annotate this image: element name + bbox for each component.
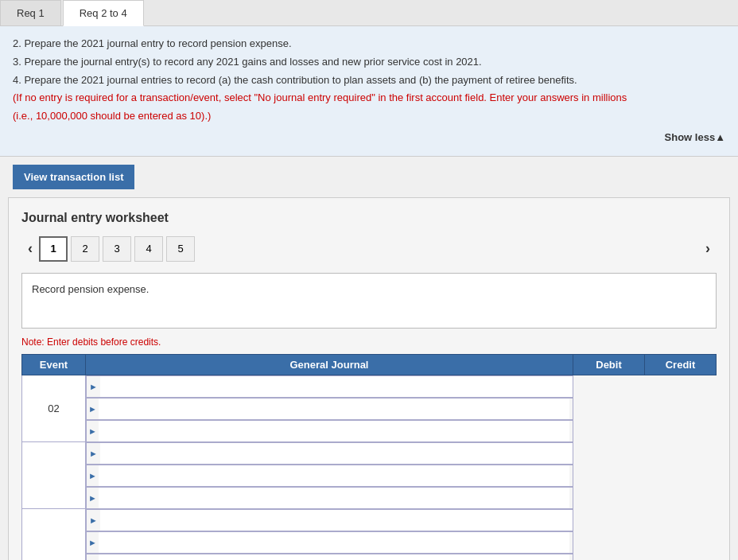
table-row-credit-0[interactable]: ► (86, 420, 573, 442)
credit-input-0[interactable] (99, 421, 570, 441)
prev-page-button[interactable]: ‹ (21, 237, 39, 260)
description-box: Record pension expense. (21, 273, 717, 329)
debit-input-2[interactable] (99, 532, 570, 553)
instruction-red-2: (i.e., 10,000,000 should be entered as 1… (13, 108, 725, 125)
journal-input-2[interactable] (100, 510, 573, 531)
worksheet-container: Journal entry worksheet ‹ 1 2 3 4 5 › Re… (8, 197, 730, 560)
arrow-icon-debit-1: ► (87, 471, 99, 480)
instruction-line-3: 4. Prepare the 2021 journal entries to r… (13, 72, 725, 89)
table-row-journal-1[interactable]: ► (86, 442, 573, 465)
table-row-event-0: 02 (22, 375, 86, 442)
view-transaction-list-button[interactable]: View transaction list (13, 165, 134, 189)
tab-req1[interactable]: Req 1 (0, 0, 61, 25)
show-less-button[interactable]: Show less▲ (13, 130, 725, 146)
page-btn-3[interactable]: 3 (103, 236, 131, 262)
table-row-journal-0[interactable]: ► (86, 375, 573, 398)
credit-input-1[interactable] (99, 488, 570, 508)
page-navigator: ‹ 1 2 3 4 5 › (21, 236, 717, 262)
table-row-credit-2[interactable]: ► (86, 554, 573, 560)
instruction-line-2: 3. Prepare the journal entry(s) to recor… (13, 54, 725, 71)
instruction-red-1: (If no entry is required for a transacti… (13, 90, 725, 107)
debit-input-0[interactable] (99, 399, 570, 419)
arrow-icon-journal-0: ► (87, 382, 100, 391)
arrow-icon-journal-2: ► (87, 515, 100, 525)
credit-input-2[interactable] (99, 554, 570, 560)
journal-table: Event General Journal Debit Credit 02►►►… (21, 354, 717, 560)
debit-input-1[interactable] (99, 465, 570, 486)
page-btn-4[interactable]: 4 (134, 236, 163, 262)
table-row-event-2 (22, 509, 86, 560)
col-header-event: Event (22, 354, 86, 375)
col-header-debit: Debit (573, 354, 645, 375)
table-row-journal-2[interactable]: ► (86, 509, 573, 531)
page-btn-5[interactable]: 5 (166, 236, 195, 262)
page-btn-1[interactable]: 1 (39, 236, 68, 262)
instructions-panel: 2. Prepare the 2021 journal entry to rec… (0, 26, 738, 157)
col-header-journal: General Journal (86, 354, 573, 375)
journal-input-0[interactable] (100, 376, 573, 397)
page-btn-2[interactable]: 2 (71, 236, 99, 262)
tabs-bar: Req 1 Req 2 to 4 (0, 0, 738, 26)
next-page-button[interactable]: › (699, 237, 717, 260)
arrow-icon-debit-0: ► (87, 404, 99, 414)
note-text: Note: Enter debits before credits. (21, 336, 717, 348)
table-row-debit-1[interactable]: ► (86, 465, 573, 487)
table-row-debit-2[interactable]: ► (86, 531, 573, 554)
tab-req2to4[interactable]: Req 2 to 4 (63, 0, 144, 26)
instruction-line-1: 2. Prepare the 2021 journal entry to rec… (13, 36, 725, 52)
table-row-debit-0[interactable]: ► (86, 398, 573, 420)
journal-input-1[interactable] (100, 443, 573, 464)
arrow-icon-credit-0: ► (87, 426, 99, 436)
col-header-credit: Credit (645, 354, 717, 375)
description-text: Record pension expense. (32, 283, 149, 295)
table-row-credit-1[interactable]: ► (86, 487, 573, 509)
arrow-icon-credit-1: ► (87, 493, 99, 503)
arrow-icon-journal-1: ► (87, 449, 100, 458)
arrow-icon-debit-2: ► (87, 538, 99, 547)
worksheet-title: Journal entry worksheet (21, 211, 717, 225)
table-row-event-1 (22, 442, 86, 509)
